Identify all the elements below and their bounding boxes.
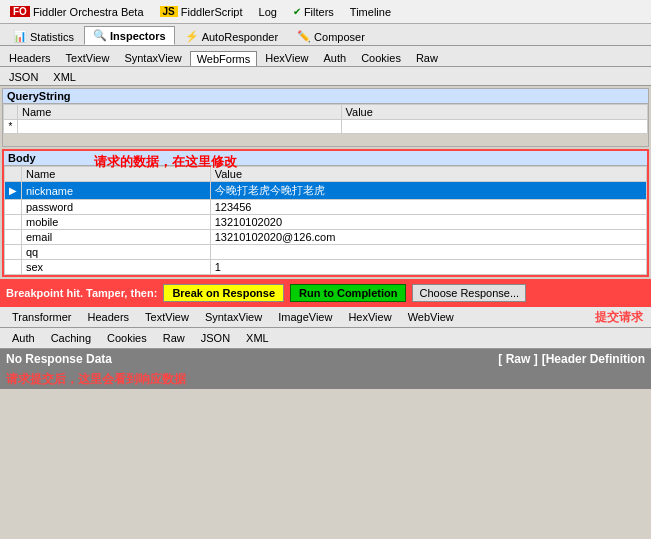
tab-bottom-headers[interactable]: Headers bbox=[80, 309, 138, 325]
log-tab[interactable]: Log bbox=[251, 4, 285, 20]
body-name-cell[interactable]: password bbox=[22, 200, 211, 215]
tab-statistics[interactable]: 📊 Statistics bbox=[4, 27, 83, 45]
tab-syntaxview[interactable]: SyntaxView bbox=[117, 50, 188, 66]
caching-label: Caching bbox=[51, 332, 91, 344]
no-response-bar: No Response Data [ Raw ] [Header Definit… bbox=[0, 349, 651, 369]
table-row[interactable]: * bbox=[4, 120, 648, 134]
row-marker bbox=[5, 200, 22, 215]
no-response-label: No Response Data bbox=[6, 352, 112, 366]
body-value-col: Value bbox=[210, 167, 646, 182]
filters-tab[interactable]: ✔ Filters bbox=[285, 4, 342, 20]
raw-badge: [ Raw ] bbox=[498, 352, 537, 366]
table-row[interactable]: sex1 bbox=[5, 260, 647, 275]
xml-label: XML bbox=[53, 71, 76, 83]
tab-caching[interactable]: Caching bbox=[43, 330, 99, 346]
tab-imageview[interactable]: ImageView bbox=[270, 309, 340, 325]
table-row[interactable]: qq bbox=[5, 245, 647, 260]
header-def: [Header Definition bbox=[542, 352, 645, 366]
body-header: Body bbox=[4, 151, 647, 166]
tab-bottom-raw[interactable]: Raw bbox=[155, 330, 193, 346]
tab-transformer[interactable]: Transformer bbox=[4, 309, 80, 325]
row-marker bbox=[5, 215, 22, 230]
tab-bottom-syntaxview[interactable]: SyntaxView bbox=[197, 309, 270, 325]
tab-webview[interactable]: WebView bbox=[400, 309, 462, 325]
tab-hexview[interactable]: HexView bbox=[258, 50, 315, 66]
fiddler-orchestra-tab[interactable]: FO Fiddler Orchestra Beta bbox=[2, 4, 152, 20]
tab-webforms[interactable]: WebForms bbox=[190, 51, 258, 66]
row-marker bbox=[5, 245, 22, 260]
submit-annotation-label: 提交请求 bbox=[595, 309, 647, 326]
bottom-headers-label: Headers bbox=[88, 311, 130, 323]
tab-bottom-hexview[interactable]: HexView bbox=[340, 309, 399, 325]
body-table-wrap: Name Value ▶nickname今晚打老虎今晚打老虎password12… bbox=[4, 166, 647, 275]
tab-inspectors[interactable]: 🔍 Inspectors bbox=[84, 26, 175, 45]
tab-bottom-xml[interactable]: XML bbox=[238, 330, 277, 346]
fo-badge: FO bbox=[10, 6, 30, 17]
fiddler-orchestra-label: Fiddler Orchestra Beta bbox=[33, 6, 144, 18]
tab-composer[interactable]: ✏️ Composer bbox=[288, 27, 374, 45]
raw-label: Raw bbox=[416, 52, 438, 64]
break-on-response-button[interactable]: Break on Response bbox=[163, 284, 284, 302]
timeline-tab[interactable]: Timeline bbox=[342, 4, 399, 20]
body-name-cell[interactable]: mobile bbox=[22, 215, 211, 230]
body-name-cell[interactable]: email bbox=[22, 230, 211, 245]
tab-bottom-cookies[interactable]: Cookies bbox=[99, 330, 155, 346]
body-value-cell[interactable]: 13210102020@126.com bbox=[210, 230, 646, 245]
fiddler-script-tab[interactable]: JS FiddlerScript bbox=[152, 4, 251, 20]
run-to-completion-button[interactable]: Run to Completion bbox=[290, 284, 406, 302]
body-marker-col bbox=[5, 167, 22, 182]
timeline-label: Timeline bbox=[350, 6, 391, 18]
bottom-tab-row-1: Transformer Headers TextView SyntaxView … bbox=[0, 307, 651, 328]
table-row[interactable]: mobile13210102020 bbox=[5, 215, 647, 230]
submit-response-annotation: 请求提交后，这里会看到响应数据 bbox=[6, 371, 186, 388]
tab-auth[interactable]: Auth bbox=[317, 50, 354, 66]
body-name-cell[interactable]: qq bbox=[22, 245, 211, 260]
tab-raw[interactable]: Raw bbox=[409, 50, 445, 66]
bottom-tab-row-2: Auth Caching Cookies Raw JSON XML bbox=[0, 328, 651, 349]
qs-name-cell[interactable] bbox=[18, 120, 342, 134]
tab-cookies[interactable]: Cookies bbox=[354, 50, 408, 66]
log-label: Log bbox=[259, 6, 277, 18]
row-marker bbox=[5, 230, 22, 245]
main-tab-row: 📊 Statistics 🔍 Inspectors ⚡ AutoResponde… bbox=[0, 24, 651, 46]
table-row[interactable]: email13210102020@126.com bbox=[5, 230, 647, 245]
tab-headers[interactable]: Headers bbox=[2, 50, 58, 66]
tab-textview[interactable]: TextView bbox=[59, 50, 117, 66]
tab-json[interactable]: JSON bbox=[2, 69, 45, 85]
table-row[interactable]: ▶nickname今晚打老虎今晚打老虎 bbox=[5, 182, 647, 200]
bottom-textview-label: TextView bbox=[145, 311, 189, 323]
body-value-cell[interactable]: 1 bbox=[210, 260, 646, 275]
bottom-hexview-label: HexView bbox=[348, 311, 391, 323]
tab-bottom-auth[interactable]: Auth bbox=[4, 330, 43, 346]
body-value-cell[interactable]: 13210102020 bbox=[210, 215, 646, 230]
inspector-tab-row: Headers TextView SyntaxView WebForms Hex… bbox=[0, 46, 651, 67]
querystring-table: Name Value * bbox=[3, 104, 648, 134]
textview-label: TextView bbox=[66, 52, 110, 64]
body-value-cell[interactable] bbox=[210, 245, 646, 260]
body-value-cell[interactable]: 今晚打老虎今晚打老虎 bbox=[210, 182, 646, 200]
body-table: Name Value ▶nickname今晚打老虎今晚打老虎password12… bbox=[4, 166, 647, 275]
bottom-raw-label: Raw bbox=[163, 332, 185, 344]
bottom-xml-label: XML bbox=[246, 332, 269, 344]
body-name-cell[interactable]: nickname bbox=[22, 182, 211, 200]
body-name-cell[interactable]: sex bbox=[22, 260, 211, 275]
status-right: [ Raw ] [Header Definition bbox=[498, 352, 645, 366]
transformer-label: Transformer bbox=[12, 311, 72, 323]
choose-response-button[interactable]: Choose Response... bbox=[412, 284, 526, 302]
bottom-syntaxview-label: SyntaxView bbox=[205, 311, 262, 323]
syntaxview-label: SyntaxView bbox=[124, 52, 181, 64]
tab-autoresponder[interactable]: ⚡ AutoResponder bbox=[176, 27, 287, 45]
inspectors-icon: 🔍 bbox=[93, 29, 107, 42]
table-row[interactable]: password123456 bbox=[5, 200, 647, 215]
tab-bottom-textview[interactable]: TextView bbox=[137, 309, 197, 325]
body-section: Body 请求的数据，在这里修改 Name Value ▶nickname今晚打… bbox=[2, 149, 649, 277]
tab-xml[interactable]: XML bbox=[46, 69, 83, 85]
querystring-table-wrap: Name Value * bbox=[3, 104, 648, 146]
autoresponder-icon: ⚡ bbox=[185, 30, 199, 43]
qs-value-cell[interactable] bbox=[341, 120, 648, 134]
webview-label: WebView bbox=[408, 311, 454, 323]
js-badge: JS bbox=[160, 6, 178, 17]
tab-bottom-json[interactable]: JSON bbox=[193, 330, 238, 346]
body-value-cell[interactable]: 123456 bbox=[210, 200, 646, 215]
breakpoint-label: Breakpoint hit. Tamper, then: bbox=[6, 287, 157, 299]
